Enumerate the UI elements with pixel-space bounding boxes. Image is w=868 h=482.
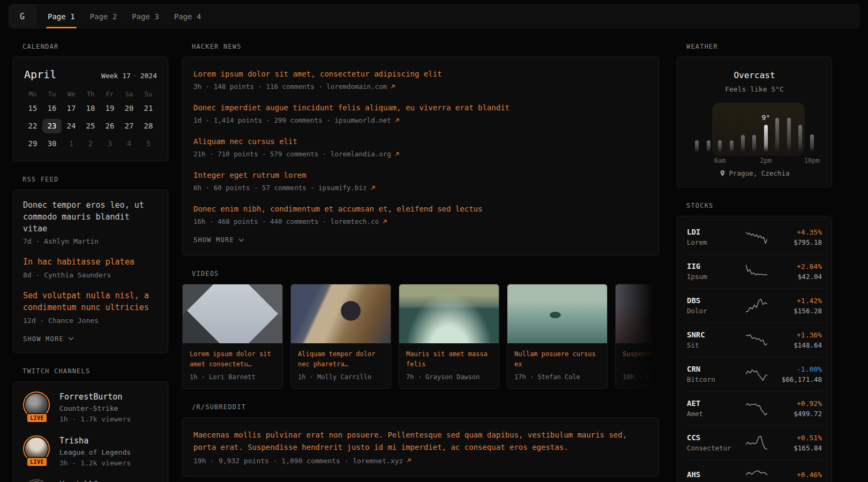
- weather-card: Overcast Feels like 5°C: [677, 57, 832, 187]
- calendar-day: 29: [23, 137, 42, 151]
- video-title[interactable]: Lorem ipsum dolor sit amet consectetu…: [183, 343, 282, 370]
- calendar-day: 22: [23, 119, 42, 133]
- hackernews-item-title[interactable]: Donec enim nibh, condimentum et accumsan…: [193, 204, 648, 215]
- weather-location-text: Prague, Czechia: [729, 169, 790, 177]
- calendar-card: April Week 17·2024 MoTuWeThFrSaSu 151617…: [13, 57, 168, 161]
- stock-price: $156.28: [773, 307, 822, 315]
- twitch-channel[interactable]: LIVE ForrestBurton Counter-Strike 1h · 1…: [23, 391, 158, 423]
- video-title[interactable]: Suspendisse diam: [616, 343, 659, 370]
- calendar-year: 2024: [140, 72, 157, 80]
- stock-ticker: SNRC: [687, 330, 740, 339]
- hackernews-item-title[interactable]: Donec imperdiet augue tincidunt felis al…: [193, 102, 648, 114]
- stock-identity: AET Amet: [687, 399, 740, 418]
- video-card[interactable]: Lorem ipsum dolor sit amet consectetu… 1…: [182, 284, 283, 389]
- video-card[interactable]: Suspendisse diam 18h · Tara: [615, 284, 659, 389]
- rss-item-title[interactable]: In hac habitasse platea: [23, 257, 158, 268]
- rss-list: Donec tempor eros leo, ut commodo mauris…: [23, 200, 158, 325]
- stock-name: Dolor: [687, 307, 740, 315]
- calendar-separator: ·: [133, 72, 138, 80]
- twitch-channel[interactable]: LIVE Trisha League of Legends 3h · 1.2k …: [23, 435, 158, 467]
- channel-viewers: 1h · 1.7k viewers: [59, 415, 131, 423]
- chevron-down-icon: [238, 238, 244, 242]
- stock-identity: SNRC Sit: [687, 330, 740, 349]
- hackernews-item-title[interactable]: Lorem ipsum dolor sit amet, consectetur …: [193, 69, 648, 80]
- stock-row[interactable]: DBS Dolor +1.42% $156.28: [687, 288, 822, 322]
- video-title[interactable]: Nullam posuere cursus ex: [507, 343, 607, 370]
- stocks-card: LDI Lorem +4.35% $795.18: [677, 216, 832, 482]
- weather-section-label: WEATHER: [686, 43, 832, 50]
- stock-price: $66,171.48: [773, 375, 822, 383]
- stock-row[interactable]: AET Amet +0.92% $499.72: [687, 391, 822, 425]
- video-title[interactable]: Aliquam tempor dolor nec pharetra…: [291, 343, 391, 370]
- weather-hour-slot: 6am: [714, 118, 725, 152]
- hackernews-item-title[interactable]: Aliquam nec cursus elit: [193, 136, 648, 147]
- avatar-wrap: [23, 479, 51, 482]
- page-tab[interactable]: Page 2: [83, 5, 125, 28]
- channel-name[interactable]: ForrestBurton: [59, 392, 131, 402]
- weather-location: Prague, Czechia: [687, 169, 822, 177]
- stock-row[interactable]: CCS Consectetur +0.51% $165.84: [687, 425, 822, 460]
- weather-bars: 6am: [691, 118, 818, 152]
- stock-change-percent: +0.46%: [773, 471, 822, 479]
- stock-row[interactable]: CRN Bitcorn -1.00% $66,171.48: [687, 357, 822, 391]
- video-card[interactable]: Aliquam tempor dolor nec pharetra… 1h · …: [290, 284, 391, 389]
- calendar-weekday: We: [62, 91, 81, 98]
- app-logo[interactable]: G: [9, 5, 36, 28]
- twitch-channel[interactable]: KendallCarr: [23, 479, 158, 482]
- stock-row[interactable]: AHS +0.46%: [687, 460, 822, 482]
- calendar-day-grid: 1516171819202122232425262728293012345: [23, 101, 158, 151]
- calendar-day: 17: [62, 101, 81, 116]
- calendar-week: Week 17: [101, 72, 131, 80]
- stock-values: +0.92% $499.72: [773, 400, 822, 418]
- stock-ticker: LDI: [687, 228, 740, 236]
- video-thumbnail[interactable]: [183, 284, 282, 343]
- rss-show-more-button[interactable]: SHOW MORE: [23, 335, 74, 343]
- channel-info: Trisha League of Legends 3h · 1.2k viewe…: [59, 435, 131, 467]
- video-title[interactable]: Mauris sit amet massa felis: [399, 343, 499, 370]
- subreddit-post-title[interactable]: Maecenas mollis pulvinar erat non posuer…: [193, 429, 643, 454]
- weather-hour-slot: 10pm: [806, 118, 818, 152]
- video-thumbnail[interactable]: [399, 284, 499, 343]
- channel-name[interactable]: KendallCarr: [59, 480, 113, 482]
- stock-price: $795.18: [773, 238, 822, 246]
- page-tabs: Page 1 Page 2 Page 3 Page 4: [40, 5, 208, 28]
- stock-row[interactable]: LDI Lorem +4.35% $795.18: [687, 220, 822, 254]
- weather-hour-slot: [795, 118, 806, 152]
- rss-item-meta: 12d · Chance Jones: [23, 317, 158, 325]
- videos-carousel: Lorem ipsum dolor sit amet consectetu… 1…: [182, 284, 659, 389]
- stock-change-percent: -1.00%: [773, 365, 822, 373]
- video-meta: 1h · Molly Carrillo: [291, 370, 391, 388]
- video-card[interactable]: Mauris sit amet massa felis 7h · Grayson…: [399, 284, 499, 389]
- page-tab[interactable]: Page 1: [40, 5, 83, 28]
- twitch-card: LIVE ForrestBurton Counter-Strike 1h · 1…: [13, 381, 168, 482]
- video-thumbnail[interactable]: [507, 284, 607, 343]
- stock-ticker: AHS: [687, 470, 740, 479]
- stock-values: +4.35% $795.18: [773, 228, 822, 246]
- video-thumbnail[interactable]: [291, 284, 391, 343]
- channel-info: ForrestBurton Counter-Strike 1h · 1.7k v…: [59, 391, 131, 423]
- hackernews-item-meta-text: 1d · 1,414 points · 299 comments · ipsum…: [193, 116, 391, 124]
- hackernews-show-more-button[interactable]: SHOW MORE: [193, 236, 244, 244]
- stock-identity: CCS Consectetur: [687, 433, 740, 452]
- weather-hour-slot: [737, 118, 749, 152]
- page-tab[interactable]: Page 4: [167, 5, 209, 28]
- stocks-list: LDI Lorem +4.35% $795.18: [687, 220, 822, 482]
- weather-time-label: 6am: [714, 157, 726, 164]
- channel-name[interactable]: Trisha: [59, 436, 131, 446]
- rss-item: Donec tempor eros leo, ut commodo mauris…: [23, 200, 158, 245]
- calendar-weekday: Su: [139, 91, 158, 98]
- hackernews-card: Lorem ipsum dolor sit amet, consectetur …: [182, 57, 659, 255]
- external-link-icon: [382, 219, 387, 224]
- rss-item-title[interactable]: Sed volutpat nulla nisl, a condimentum n…: [23, 290, 158, 314]
- weather-hour-bar: [798, 125, 802, 152]
- video-card[interactable]: Nullam posuere cursus ex 17h · Stefan Co…: [507, 284, 608, 389]
- rss-item-title[interactable]: Donec tempor eros leo, ut commodo mauris…: [23, 200, 158, 235]
- hackernews-item-title[interactable]: Integer eget rutrum lorem: [193, 170, 648, 181]
- stock-row[interactable]: IIG Ipsum +2.84% $42.04: [687, 254, 822, 288]
- page-tab[interactable]: Page 3: [124, 5, 167, 28]
- external-link-icon: [390, 84, 395, 89]
- rss-item: In hac habitasse platea 8d · Cynthia Sau…: [23, 257, 158, 279]
- video-thumbnail[interactable]: [616, 284, 659, 343]
- stock-row[interactable]: SNRC Sit +1.36% $148.64: [687, 322, 822, 357]
- right-column: WEATHER Overcast Feels like 5°C: [677, 43, 832, 482]
